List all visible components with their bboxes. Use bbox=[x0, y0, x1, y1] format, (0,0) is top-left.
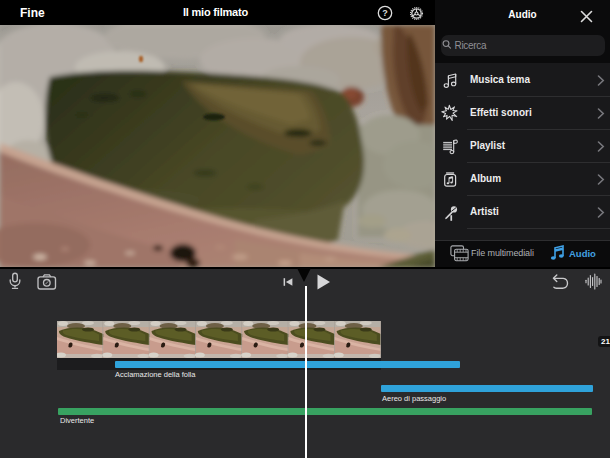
svg-text:?: ? bbox=[382, 8, 388, 18]
